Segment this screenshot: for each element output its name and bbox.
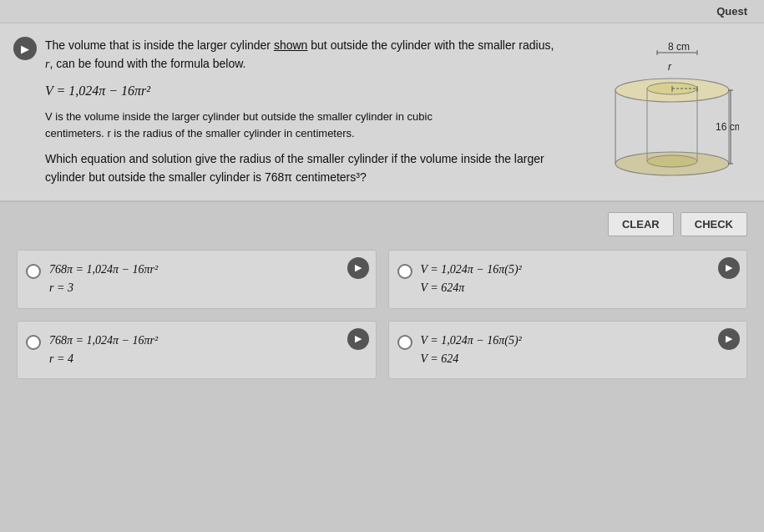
option-c-card[interactable]: 768π = 1,024π − 16πr² r = 4 ▶ — [17, 321, 377, 380]
top-bar: Quest — [0, 0, 764, 23]
option-d-card[interactable]: V = 1,024π − 16π(5)² V = 624 ▶ — [388, 321, 748, 380]
svg-text:r: r — [668, 61, 672, 73]
option-b-line1: V = 1,024π − 16π(5)² — [421, 261, 736, 279]
option-c-line2: r = 4 — [49, 350, 364, 368]
formula: V = 1,024π − 16πr² — [45, 81, 564, 102]
option-a-speaker[interactable]: ▶ — [347, 257, 369, 279]
option-b-speaker[interactable]: ▶ — [718, 257, 740, 279]
option-c-line1: 768π = 1,024π − 16πr² — [49, 332, 364, 350]
option-a-radio[interactable] — [26, 264, 41, 279]
option-c-content: 768π = 1,024π − 16πr² r = 4 — [49, 332, 364, 369]
option-a-line1: 768π = 1,024π − 16πr² — [49, 261, 364, 279]
option-d-radio[interactable] — [397, 335, 412, 350]
option-c-speaker[interactable]: ▶ — [347, 328, 369, 350]
svg-point-9 — [647, 155, 697, 167]
option-b-line2: V = 624π — [421, 279, 736, 297]
option-a-line2: r = 3 — [49, 279, 364, 297]
shown-text: shown — [274, 38, 307, 52]
main-question: Which equation and solution give the rad… — [45, 150, 564, 186]
diagram-area: 8 cm r — [580, 37, 747, 187]
option-c-radio[interactable] — [26, 335, 41, 350]
cylinder-diagram: 8 cm r — [589, 40, 739, 186]
option-b-content: V = 1,024π − 16π(5)² V = 624π — [421, 261, 736, 298]
question-speaker-button[interactable]: ▶ — [13, 37, 37, 60]
options-grid: 768π = 1,024π − 16πr² r = 3 ▶ V = 1,024π… — [17, 250, 747, 380]
svg-text:8 cm: 8 cm — [668, 41, 690, 53]
option-b-radio[interactable] — [397, 264, 412, 279]
cylinder-svg: 8 cm r — [589, 40, 739, 186]
option-a-card[interactable]: 768π = 1,024π − 16πr² r = 3 ▶ — [17, 250, 377, 309]
svg-text:16 cm: 16 cm — [716, 121, 739, 133]
button-row: CLEAR CHECK — [17, 212, 747, 236]
description: V is the volume inside the larger cylind… — [45, 109, 564, 142]
question-text: The volume that is inside the larger cyl… — [45, 37, 564, 187]
question-area: ▶ The volume that is inside the larger c… — [0, 23, 764, 202]
option-d-content: V = 1,024π − 16π(5)² V = 624 — [421, 332, 736, 369]
option-a-content: 768π = 1,024π − 16πr² r = 3 — [49, 261, 364, 298]
option-d-speaker[interactable]: ▶ — [718, 328, 740, 350]
option-d-line1: V = 1,024π − 16π(5)² — [421, 332, 736, 350]
answer-section: CLEAR CHECK 768π = 1,024π − 16πr² r = 3 … — [0, 202, 764, 397]
top-bar-title: Quest — [716, 5, 747, 18]
check-button[interactable]: CHECK — [681, 212, 747, 236]
question-line1: The volume that is inside the larger cyl… — [45, 37, 564, 73]
option-b-card[interactable]: V = 1,024π − 16π(5)² V = 624π ▶ — [388, 250, 748, 309]
clear-button[interactable]: CLEAR — [608, 212, 674, 236]
option-d-line2: V = 624 — [421, 350, 736, 368]
